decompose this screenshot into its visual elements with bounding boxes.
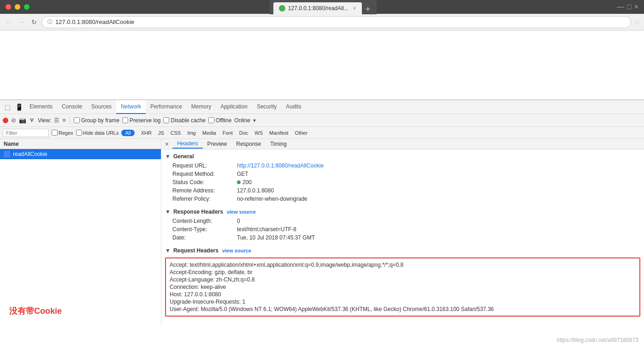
- new-tab-icon[interactable]: +: [363, 5, 373, 14]
- tab-security[interactable]: Security: [252, 100, 281, 114]
- ws-filter[interactable]: WS: [252, 130, 266, 136]
- window-max-button[interactable]: [24, 4, 30, 10]
- field-name-date: Date:: [172, 234, 237, 241]
- tab-preview[interactable]: Preview: [203, 139, 232, 149]
- doc-filter[interactable]: Doc: [236, 130, 251, 136]
- font-filter[interactable]: Font: [220, 130, 236, 136]
- rh-value-accept: text/html,application/xhtml+xml,applicat…: [189, 262, 403, 268]
- group-by-frame-checkbox[interactable]: Group by frame: [74, 117, 119, 124]
- tab-console[interactable]: Console: [57, 100, 87, 114]
- rh-field-accept-language: Accept-Language: zh-CN,zh;q=0.8: [170, 276, 636, 283]
- tab-response[interactable]: Response: [231, 139, 266, 149]
- maximize-icon[interactable]: □: [627, 3, 632, 11]
- url-text: 127.0.0.1:8080/readAllCookie: [55, 18, 134, 25]
- js-filter[interactable]: JS: [155, 130, 167, 136]
- tab-application[interactable]: Application: [216, 100, 252, 114]
- field-value-content-type: text/html;charset=UTF-8: [237, 226, 296, 233]
- no-cookie-label: 没有带Cookie: [9, 306, 62, 316]
- css-filter[interactable]: CSS: [168, 130, 184, 136]
- group-by-frame-input[interactable]: [74, 117, 80, 123]
- field-value-remote: 127.0.0.1:8080: [237, 187, 274, 194]
- list-view-icon[interactable]: ☰: [54, 117, 59, 124]
- tab-performance[interactable]: Performance: [146, 100, 187, 114]
- response-headers-section-header[interactable]: ▼ Response Headers view source: [161, 207, 644, 217]
- browser-tab[interactable]: 127.0.0.1:8080/readAll... ×: [273, 2, 362, 14]
- field-name-request-url: Request URL:: [172, 162, 237, 169]
- regex-label[interactable]: Regex: [52, 130, 73, 136]
- preserve-log-checkbox[interactable]: Preserve log: [122, 117, 160, 124]
- clear-icon[interactable]: ⊘: [11, 117, 16, 124]
- throttle-dropdown-icon[interactable]: ▾: [253, 117, 256, 124]
- toolbar-separator: [70, 116, 70, 125]
- filter-icon[interactable]: ⛛: [29, 117, 35, 124]
- preserve-log-input[interactable]: [122, 117, 128, 123]
- general-section-header[interactable]: ▼ General: [161, 151, 644, 162]
- minimize-icon[interactable]: —: [617, 3, 624, 11]
- rh-value-connection: keep-alive: [201, 284, 226, 290]
- close-row: × Headers Preview Response Timing: [161, 139, 644, 149]
- field-remote-address: Remote Address: 127.0.0.1:8080: [161, 186, 644, 195]
- requests-list: readAllCookie: [0, 149, 161, 296]
- rh-value-host: 127.0.0.1:8080: [184, 291, 221, 298]
- tab-close-icon[interactable]: ×: [353, 5, 356, 12]
- tab-network[interactable]: Network: [116, 100, 146, 114]
- online-label[interactable]: Online: [234, 117, 250, 124]
- request-item-name: readAllCookie: [13, 151, 47, 157]
- offline-input[interactable]: [208, 117, 214, 123]
- window-close-button[interactable]: [6, 4, 11, 10]
- offline-checkbox[interactable]: Offline: [208, 117, 231, 124]
- field-referrer-policy: Referrer Policy: no-referrer-when-downgr…: [161, 195, 644, 203]
- rh-field-accept: Accept: text/html,application/xhtml+xml,…: [170, 261, 636, 269]
- compact-view-icon[interactable]: ≡: [62, 117, 66, 124]
- media-filter[interactable]: Media: [200, 130, 219, 136]
- manifest-filter[interactable]: Manifest: [266, 130, 291, 136]
- rh-value-accept-language: zh-CN,zh;q=0.8: [216, 276, 255, 283]
- status-dot: [237, 180, 241, 184]
- address-bar[interactable]: ⓘ 127.0.0.1:8080/readAllCookie: [41, 16, 631, 28]
- field-date: Date: Tue, 10 Jul 2018 07:45:37 GMT: [161, 233, 644, 242]
- request-headers-section-header[interactable]: ▼ Request Headers view source: [161, 245, 644, 256]
- request-headers-arrow-icon: ▼: [165, 247, 171, 254]
- camera-icon[interactable]: 📷: [19, 117, 26, 124]
- field-value-date: Tue, 10 Jul 2018 07:45:37 GMT: [237, 234, 315, 241]
- network-toolbar: ⊘ 📷 ⛛ View: ☰ ≡ Group by frame Preserve …: [0, 114, 644, 127]
- hide-data-urls-label[interactable]: Hide data URLs: [76, 130, 119, 136]
- tab-memory[interactable]: Memory: [187, 100, 216, 114]
- field-name-content-type: Content-Type:: [172, 226, 237, 233]
- response-headers-view-source[interactable]: view source: [227, 209, 256, 215]
- forward-button[interactable]: →: [17, 18, 27, 26]
- tab-timing[interactable]: Timing: [266, 139, 291, 149]
- tab-sources[interactable]: Sources: [87, 100, 116, 114]
- close-details-icon[interactable]: ×: [165, 140, 169, 148]
- details-header: × Headers Preview Response Timing: [161, 139, 644, 150]
- tab-headers[interactable]: Headers: [172, 139, 202, 149]
- list-item[interactable]: readAllCookie: [0, 149, 161, 159]
- hide-data-urls-checkbox[interactable]: [76, 130, 82, 136]
- devtools-icon-inspect[interactable]: ⬚: [2, 103, 13, 111]
- close-icon[interactable]: ×: [634, 3, 638, 11]
- back-button[interactable]: ←: [4, 18, 14, 26]
- reload-button[interactable]: ↻: [30, 18, 39, 26]
- devtools-icon-mobile[interactable]: 📱: [13, 103, 25, 111]
- tab-elements[interactable]: Elements: [25, 100, 57, 114]
- img-filter[interactable]: Img: [184, 130, 198, 136]
- filter-input[interactable]: [3, 129, 49, 137]
- rh-field-connection: Connection: keep-alive: [170, 283, 636, 291]
- field-value-method: GET: [237, 171, 248, 177]
- window-min-button[interactable]: [15, 4, 20, 10]
- bookmark-icon[interactable]: ☆: [634, 18, 640, 26]
- disable-cache-checkbox[interactable]: Disable cache: [163, 117, 205, 124]
- request-headers-view-source[interactable]: view source: [222, 248, 251, 253]
- field-value-content-length: 0: [237, 218, 240, 224]
- record-icon[interactable]: [3, 118, 8, 123]
- rh-field-upgrade: Upgrade-Insecure-Requests: 1: [170, 298, 636, 305]
- field-name-remote: Remote Address:: [172, 187, 237, 194]
- disable-cache-input[interactable]: [163, 117, 169, 123]
- regex-checkbox[interactable]: [52, 130, 58, 136]
- other-filter[interactable]: Other: [292, 130, 311, 136]
- all-filter-button[interactable]: All: [121, 130, 134, 136]
- field-status-code: Status Code: 200: [161, 178, 644, 186]
- field-request-url: Request URL: http://127.0.0.1:8080/readA…: [161, 162, 644, 170]
- xhr-filter[interactable]: XHR: [138, 130, 154, 136]
- tab-audits[interactable]: Audits: [281, 100, 306, 114]
